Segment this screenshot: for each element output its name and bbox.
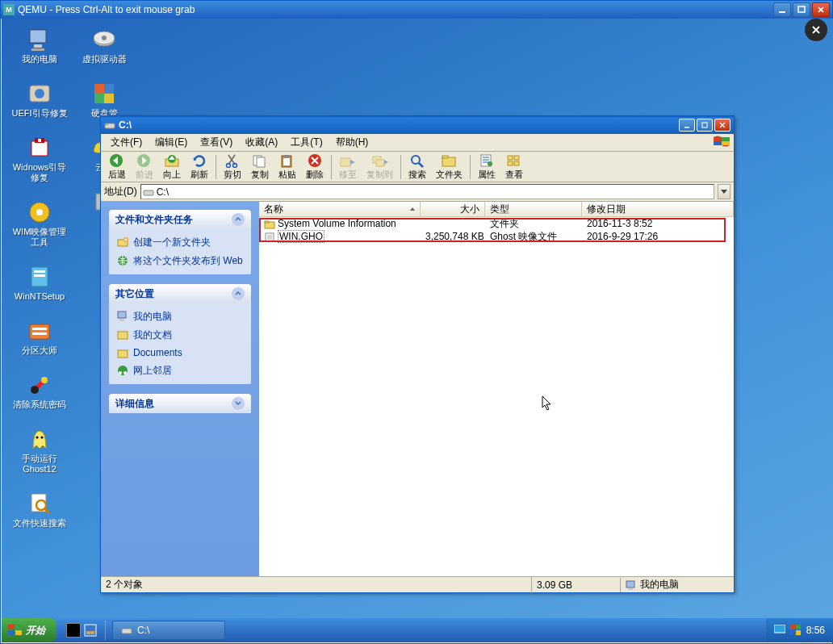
svg-point-17 — [31, 386, 39, 394]
desktop-icon-uefi-repair[interactable]: UEFI引导修复 — [11, 81, 68, 119]
column-header-modified[interactable]: 修改日期 — [582, 202, 734, 216]
taskbar-item-explorer[interactable]: C:\ — [112, 621, 225, 640]
svg-rect-52 — [376, 160, 384, 166]
taskbar-separator — [105, 621, 106, 640]
svg-rect-78 — [8, 625, 15, 629]
copy-icon — [251, 153, 269, 168]
menu-item[interactable]: 工具(T) — [284, 134, 329, 151]
svg-rect-54 — [442, 157, 455, 166]
toolbar-cut-button[interactable]: 剪切 — [220, 153, 245, 182]
place-link-my-docs[interactable]: 我的文档 — [117, 328, 243, 342]
details-header[interactable]: 详细信息 — [109, 394, 251, 413]
svg-rect-26 — [94, 84, 104, 94]
svg-rect-8 — [38, 139, 41, 142]
svg-point-42 — [227, 163, 231, 167]
svg-point-18 — [41, 377, 48, 383]
svg-rect-15 — [32, 328, 47, 330]
toolbar-separator — [400, 155, 401, 179]
tray-display-icon[interactable] — [774, 625, 785, 636]
toolbar-properties-button[interactable]: 属性 — [474, 153, 500, 182]
network-icon — [117, 365, 128, 376]
toolbar-folders-button[interactable]: 文件夹 — [432, 153, 467, 182]
desktop-icon-winnt-setup[interactable]: WinNTSetup — [11, 264, 68, 302]
address-dropdown-button[interactable] — [718, 184, 730, 199]
menu-item[interactable]: 帮助(H) — [329, 134, 375, 151]
qemu-title: QEMU - Press Ctrl-Alt to exit mouse grab — [18, 4, 773, 15]
qemu-close-button[interactable] — [812, 2, 830, 17]
svg-rect-29 — [104, 94, 114, 103]
quick-launch-cmd-icon[interactable] — [66, 623, 81, 638]
desktop-icon-windows-boot[interactable]: Widnows引导修复 — [11, 135, 68, 183]
svg-rect-28 — [94, 94, 104, 103]
windows-boot-icon — [27, 135, 52, 161]
qemu-minimize-button[interactable] — [773, 2, 791, 17]
place-link-my-computer[interactable]: 我的电脑 — [117, 310, 243, 324]
svg-rect-77 — [628, 588, 633, 590]
qemu-maximize-button[interactable] — [793, 2, 810, 17]
addressbar: 地址(D) C:\ — [101, 182, 734, 202]
svg-rect-0 — [779, 11, 785, 13]
file-folder-tasks-group: 文件和文件夹任务 创建一个新文件夹将这个文件夹发布到 Web — [109, 210, 251, 274]
desktop-icon-my-computer[interactable]: 我的电脑 — [11, 27, 68, 65]
desktop-icon-wim-tool[interactable]: WIM映像管理工具 — [11, 199, 68, 248]
explorer-body: 文件和文件夹任务 创建一个新文件夹将这个文件夹发布到 Web 其它位置 — [101, 202, 734, 576]
toolbar-paste-button[interactable]: 粘贴 — [274, 153, 300, 182]
toolbar-back-button[interactable]: 后退 — [104, 153, 130, 182]
desktop-icon-partition[interactable]: 分区大师 — [11, 318, 68, 356]
toolbar-copy-button[interactable]: 复制 — [247, 153, 273, 182]
menubar: 文件(F)编辑(E)查看(V)收藏(A)工具(T)帮助(H) — [101, 134, 734, 152]
desktop-icon-disk-mgmt[interactable]: 硬盘管 — [76, 81, 132, 119]
toolbar-delete-button[interactable]: 删除 — [302, 153, 328, 182]
toolbar-search-button[interactable]: 搜索 — [404, 153, 430, 182]
disk-mgmt-icon — [91, 81, 117, 107]
desktop-icon-ghost12[interactable]: 手动运行Ghost12 — [11, 426, 68, 475]
refresh-icon — [190, 153, 208, 168]
desktop-icon-file-search[interactable]: 文件快速搜索 — [11, 491, 68, 529]
svg-point-43 — [233, 163, 237, 167]
task-link-new-folder[interactable]: 创建一个新文件夹 — [117, 236, 243, 249]
menu-item[interactable]: 收藏(A) — [239, 134, 284, 151]
desktop-icon-virtual-drive[interactable]: 虚拟驱动器 — [76, 27, 132, 65]
toolbar-separator — [216, 155, 216, 179]
quick-launch-show-desktop-icon[interactable] — [84, 624, 97, 637]
toolbar-views-button[interactable]: 查看 — [501, 153, 527, 182]
place-link-documents[interactable]: Documents — [117, 347, 243, 359]
toolbar-up-button[interactable]: 向上 — [159, 153, 185, 182]
start-button[interactable]: 开始 — [2, 618, 57, 642]
windows-flag-icon — [711, 135, 732, 149]
explorer-statusbar: 2 个对象 3.09 GB 我的电脑 — [101, 576, 734, 592]
menu-item[interactable]: 编辑(E) — [149, 134, 194, 151]
place-link-network[interactable]: 网上邻居 — [117, 364, 243, 378]
places-header[interactable]: 其它位置 — [109, 284, 251, 303]
file-list-area[interactable]: 名称 大小 类型 修改日期 System Volume Information文… — [259, 202, 734, 576]
menu-item[interactable]: 查看(V) — [194, 134, 239, 151]
svg-rect-12 — [34, 270, 45, 273]
menu-item[interactable]: 文件(F) — [104, 134, 149, 151]
tasks-header[interactable]: 文件和文件夹任务 — [109, 210, 251, 229]
desktop-icons-col1: 我的电脑UEFI引导修复Widnows引导修复WIM映像管理工具WinNTSet… — [11, 27, 68, 529]
column-header-name[interactable]: 名称 — [259, 202, 421, 216]
wim-tool-icon — [27, 199, 52, 225]
explorer-minimize-button[interactable] — [679, 119, 695, 132]
tray-keyboard-icon[interactable] — [790, 625, 802, 636]
svg-rect-1 — [798, 6, 805, 12]
new-folder-icon — [117, 236, 128, 248]
svg-rect-7 — [31, 141, 48, 156]
explorer-titlebar[interactable]: C:\ — [101, 116, 734, 134]
task-link-publish-web[interactable]: 将这个文件夹发布到 Web — [117, 254, 243, 268]
explorer-close-button[interactable] — [714, 119, 730, 132]
svg-rect-31 — [105, 123, 115, 128]
address-value: C:\ — [157, 186, 169, 198]
desktop[interactable]: 我的电脑UEFI引导修复Widnows引导修复WIM映像管理工具WinNTSet… — [2, 19, 833, 620]
overlay-close-button[interactable] — [805, 19, 827, 41]
column-header-type[interactable]: 类型 — [485, 202, 582, 216]
toolbar-refresh-button[interactable]: 刷新 — [186, 153, 212, 182]
my-docs-icon — [117, 329, 128, 341]
explorer-maximize-button[interactable] — [697, 119, 713, 132]
desktop-icon-clear-pwd[interactable]: 清除系统密码 — [11, 372, 68, 410]
address-field[interactable]: C:\ — [140, 184, 714, 199]
svg-rect-61 — [514, 161, 519, 165]
toolbar-separator — [470, 155, 471, 179]
column-header-size[interactable]: 大小 — [421, 202, 485, 216]
collapse-icon — [232, 213, 245, 226]
